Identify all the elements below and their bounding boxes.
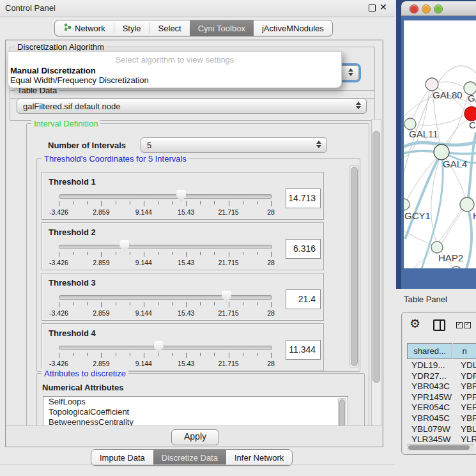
tick-mark (158, 201, 158, 204)
network-node-gal80[interactable] (426, 78, 438, 91)
tick-mark (116, 302, 116, 305)
table-row[interactable]: YBL079WYBL0 (407, 424, 476, 435)
tick-label: 15.43 (178, 309, 194, 317)
threshold-value-field[interactable]: 6.316 (286, 239, 321, 259)
tick-label: 2.859 (93, 309, 109, 317)
tick-mark (116, 201, 116, 204)
tab-label: Impute Data (100, 453, 145, 463)
tab-style[interactable]: Style (114, 20, 150, 36)
slider-thumb[interactable] (222, 291, 231, 303)
checkboxes-icon[interactable] (456, 322, 471, 328)
slider-track[interactable] (59, 346, 272, 350)
tick-mark (257, 302, 257, 305)
cell-name: YLR3 (461, 434, 476, 444)
network-node-gcy1[interactable] (404, 199, 410, 210)
threshold-value-field[interactable]: 21.4 (286, 289, 321, 309)
slider-thumb[interactable] (176, 190, 186, 202)
control-panel-titlebar: Control Panel ✕ (0, 0, 395, 17)
table-row[interactable]: YDR27...YDR2 (407, 371, 476, 382)
tab-label: Cyni Toolbox (198, 24, 245, 33)
network-desktop: GAL80GACGAL11GAL4GCY1HHAP2 (396, 0, 476, 289)
table-rows: YDL19...YDL1YDR27...YDR2YBR043CYBR0YPR14… (407, 360, 476, 444)
slider-thumb[interactable] (119, 240, 129, 252)
algorithm-option[interactable]: Equal Width/Frequency Discretization (10, 75, 149, 85)
network-node-label: GA (468, 93, 476, 104)
tab-label: Infer Network (234, 453, 284, 463)
threshold-value-field[interactable]: 11.344 (286, 340, 321, 360)
slider-track[interactable] (59, 245, 272, 249)
network-node-h[interactable] (460, 197, 474, 211)
tick-mark (73, 252, 73, 255)
tick-mark (257, 201, 257, 204)
tick-label: 15.43 (178, 360, 194, 367)
slider-track[interactable] (59, 194, 272, 199)
tick-mark (116, 353, 116, 356)
table-row[interactable]: YPR145WYPR1 (407, 392, 476, 403)
tab-label: Network (75, 24, 105, 33)
screen: Control Panel ✕ NetworkStyleSelectCyni T… (0, 0, 476, 476)
threshold-panel: Threshold 3-3.4262.8599.14415.4321.71528… (42, 273, 324, 321)
tick-mark (59, 201, 59, 206)
interval-definition-group: Interval Definition Number of Intervals … (26, 123, 369, 426)
tab-label: Select (158, 24, 181, 33)
column-header-shared-name[interactable]: shared... (407, 343, 452, 359)
panel-scrollbar[interactable] (371, 119, 381, 426)
network-canvas[interactable]: GAL80GACGAL11GAL4GCY1HHAP2 (404, 20, 476, 268)
apply-button[interactable]: Apply (171, 429, 219, 445)
tab-network[interactable]: Network (55, 20, 114, 36)
attribute-list-item[interactable]: SelfLoops (43, 397, 348, 407)
tab-discretize-data[interactable]: Discretize Data (153, 450, 226, 465)
threshold-label: Threshold 2 (49, 227, 96, 237)
table-row[interactable]: YBR043CYBR0 (407, 381, 476, 392)
tick-mark (59, 353, 59, 358)
network-node-gal4[interactable] (434, 144, 449, 160)
network-window-titlebar (401, 1, 476, 16)
tab-cyni-toolbox[interactable]: Cyni Toolbox (190, 20, 254, 36)
tick-mark (144, 302, 144, 307)
close-icon[interactable]: ✕ (380, 2, 387, 12)
tick-mark (116, 252, 116, 255)
cell-name: YBL0 (461, 424, 476, 434)
tick-mark (186, 302, 187, 307)
mac-minimize-icon[interactable] (422, 4, 431, 13)
float-window-icon[interactable] (369, 4, 376, 12)
network-node-hap2[interactable] (431, 242, 443, 253)
tick-mark (73, 302, 73, 305)
network-node-c[interactable] (464, 107, 476, 121)
slider-track[interactable] (59, 295, 272, 300)
network-node-label: H (473, 210, 476, 221)
algorithm-option[interactable]: Manual Discretization (10, 66, 96, 75)
attribute-list-item[interactable]: TopologicalCoefficient (43, 407, 348, 417)
gear-icon[interactable]: ⚙ (410, 316, 420, 331)
tick-label: -3.426 (49, 259, 68, 266)
mac-zoom-icon[interactable] (434, 4, 443, 13)
split-panes-icon[interactable] (433, 319, 445, 331)
tab-select[interactable]: Select (150, 20, 190, 36)
number-of-intervals-combobox[interactable]: 5 (141, 137, 327, 153)
threshold-value-field[interactable]: 14.713 (286, 188, 321, 208)
network-node-label: GCY1 (404, 210, 431, 221)
table-row[interactable]: YBR045CYBR0 (407, 413, 476, 424)
cell-shared-name: YBR045C (411, 413, 450, 423)
checkbox-icon (456, 322, 463, 328)
tick-mark (243, 252, 243, 255)
tick-mark (200, 353, 201, 356)
network-window: GAL80GACGAL11GAL4GCY1HHAP2 (401, 1, 476, 289)
thresholds-scrollbar[interactable] (349, 165, 359, 367)
mac-close-icon[interactable] (410, 4, 418, 13)
table-row[interactable]: YER054CYER0 (407, 403, 476, 413)
tick-mark (229, 252, 229, 257)
slider-thumb[interactable] (154, 341, 164, 353)
tab-impute-data[interactable]: Impute Data (91, 450, 153, 465)
table-panel-window: ⚙ shared... n YDL19...YDL1YDR27...YDR2YB… (401, 312, 476, 455)
tab-jactivemnodules[interactable]: jActiveMNodules (254, 20, 332, 36)
cell-name: YDR2 (461, 371, 476, 381)
table-row[interactable]: YLR345WYLR3 (407, 434, 476, 444)
table-row[interactable]: YDL19...YDL1 (407, 360, 476, 371)
tick-mark (130, 252, 130, 255)
table-horizontal-scrollbar[interactable] (407, 444, 474, 451)
table-data-combobox[interactable]: galFiltered.sif default node (17, 98, 367, 114)
tab-infer-network[interactable]: Infer Network (226, 450, 292, 465)
tick-mark (59, 252, 59, 257)
column-header-name[interactable]: n (453, 343, 476, 359)
